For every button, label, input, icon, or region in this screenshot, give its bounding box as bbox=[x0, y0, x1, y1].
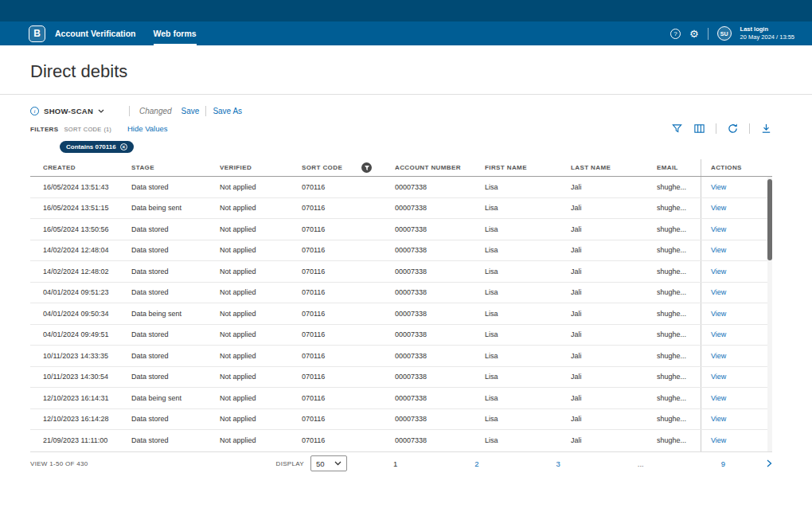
cell-actions: View bbox=[701, 346, 772, 366]
chevron-down-icon bbox=[98, 109, 104, 113]
view-link[interactable]: View bbox=[711, 394, 726, 402]
last-login-value: 20 May 2024 / 13:55 bbox=[740, 33, 794, 41]
view-link[interactable]: View bbox=[711, 183, 726, 191]
cell-first-name: Lisa bbox=[485, 415, 571, 423]
cell-sort-code: 070116 bbox=[302, 225, 395, 233]
cell-account-number: 00007338 bbox=[395, 183, 485, 191]
last-login-label: Last login bbox=[740, 25, 794, 33]
title-divider bbox=[0, 94, 812, 95]
view-link[interactable]: View bbox=[711, 436, 726, 444]
save-button[interactable]: Save bbox=[182, 107, 200, 115]
column-header-created[interactable]: CREATED bbox=[43, 164, 131, 171]
column-header-verified[interactable]: VERIFIED bbox=[220, 164, 302, 171]
nav-item-web-forms[interactable]: Web forms bbox=[154, 21, 197, 46]
filter-funnel-icon[interactable] bbox=[671, 123, 683, 135]
column-header-account-number[interactable]: ACCOUNT NUMBER bbox=[395, 164, 485, 171]
table-footer: VIEW 1-50 OF 430 DISPLAY 50 123...9 bbox=[30, 451, 772, 475]
column-header-email[interactable]: EMAIL bbox=[657, 164, 701, 171]
display-count-select[interactable]: 50 bbox=[310, 455, 347, 471]
cell-created: 10/11/2023 14:33:35 bbox=[43, 352, 131, 360]
column-header-sort-code[interactable]: SORT CODE bbox=[302, 162, 395, 173]
cell-actions: View bbox=[701, 261, 772, 282]
hide-values-link[interactable]: Hide Values bbox=[127, 124, 168, 133]
nav-item-account-verification[interactable]: Account Verification bbox=[55, 21, 136, 46]
columns-icon[interactable] bbox=[693, 123, 705, 135]
view-link[interactable]: View bbox=[711, 204, 726, 212]
cell-stage: Data stored bbox=[131, 225, 220, 233]
cell-stage: Data stored bbox=[131, 288, 220, 296]
save-as-button[interactable]: Save As bbox=[213, 107, 242, 115]
view-link[interactable]: View bbox=[711, 415, 726, 423]
cell-actions: View bbox=[701, 198, 772, 219]
table-row: 04/01/2024 09:51:23 Data stored Not appl… bbox=[30, 283, 772, 304]
cell-stage: Data stored bbox=[131, 436, 220, 444]
cell-actions: View bbox=[701, 283, 772, 303]
page-button-3[interactable]: 3 bbox=[525, 459, 599, 468]
cell-sort-code: 070116 bbox=[302, 268, 395, 275]
cell-stage: Data stored bbox=[131, 246, 220, 254]
cell-sort-code: 070116 bbox=[302, 330, 395, 338]
results-table: CREATED STAGE VERIFIED SORT CODE ACCOUNT… bbox=[30, 159, 772, 451]
cell-verified: Not applied bbox=[220, 436, 302, 444]
table-row: 04/01/2024 09:49:51 Data stored Not appl… bbox=[30, 325, 772, 346]
cell-created: 04/01/2024 09:50:34 bbox=[43, 310, 131, 318]
brand-logo[interactable]: B bbox=[29, 25, 45, 42]
cell-last-name: Jali bbox=[571, 436, 657, 444]
view-link[interactable]: View bbox=[711, 330, 726, 338]
refresh-icon[interactable] bbox=[727, 123, 739, 135]
cell-verified: Not applied bbox=[220, 268, 302, 275]
cell-last-name: Jali bbox=[571, 373, 657, 381]
column-header-stage[interactable]: STAGE bbox=[131, 164, 220, 171]
page-button-1[interactable]: 1 bbox=[363, 459, 437, 468]
download-icon[interactable] bbox=[760, 123, 772, 135]
cell-created: 04/01/2024 09:51:23 bbox=[43, 288, 131, 296]
info-icon[interactable]: i bbox=[30, 107, 39, 115]
view-link[interactable]: View bbox=[711, 246, 726, 254]
tools-divider-2 bbox=[749, 123, 750, 134]
cell-verified: Not applied bbox=[220, 415, 302, 423]
table-row: 14/02/2024 12:48:02 Data stored Not appl… bbox=[30, 261, 772, 283]
cell-verified: Not applied bbox=[220, 330, 302, 338]
cell-sort-code: 070116 bbox=[302, 183, 395, 191]
cell-actions: View bbox=[701, 240, 772, 261]
user-avatar[interactable]: SU bbox=[717, 26, 732, 41]
view-link[interactable]: View bbox=[711, 352, 726, 360]
cell-actions: View bbox=[701, 177, 772, 197]
page-button-9[interactable]: 9 bbox=[691, 459, 765, 468]
cell-actions: View bbox=[701, 388, 772, 408]
cell-account-number: 00007338 bbox=[395, 268, 485, 275]
filters-toolbar: FILTERS SORT CODE (1) Hide Values bbox=[30, 123, 772, 134]
table-scrollbar[interactable] bbox=[767, 177, 772, 451]
column-header-last-name[interactable]: LAST NAME bbox=[571, 164, 657, 171]
column-header-first-name[interactable]: FIRST NAME bbox=[485, 164, 571, 171]
page-button-2[interactable]: 2 bbox=[444, 459, 518, 468]
cell-email: shughe... bbox=[657, 310, 701, 318]
next-page-icon[interactable] bbox=[767, 459, 772, 467]
cell-email: shughe... bbox=[657, 415, 701, 423]
cell-created: 12/10/2023 16:14:28 bbox=[43, 415, 131, 423]
remove-filter-icon[interactable]: × bbox=[120, 143, 127, 150]
view-link[interactable]: View bbox=[711, 268, 726, 275]
view-link[interactable]: View bbox=[711, 310, 726, 318]
view-link[interactable]: View bbox=[711, 373, 726, 381]
active-filters-row: Contains 070116 × bbox=[60, 138, 772, 149]
active-column-filter-icon[interactable] bbox=[361, 162, 372, 173]
cell-first-name: Lisa bbox=[485, 204, 571, 212]
help-icon[interactable]: ? bbox=[670, 29, 681, 39]
saved-view-selector[interactable]: i SHOW-SCAN bbox=[30, 107, 129, 115]
cell-actions: View bbox=[701, 367, 772, 388]
cell-created: 16/05/2024 13:50:56 bbox=[43, 225, 131, 233]
view-link[interactable]: View bbox=[711, 288, 726, 296]
cell-stage: Data stored bbox=[131, 352, 220, 360]
scrollbar-thumb[interactable] bbox=[767, 179, 772, 260]
save-links: Save Save As bbox=[182, 106, 243, 116]
page-title: Direct debits bbox=[30, 61, 772, 94]
display-label: DISPLAY bbox=[276, 460, 304, 467]
table-row: 04/01/2024 09:50:34 Data being sent Not … bbox=[30, 303, 772, 325]
view-link[interactable]: View bbox=[711, 225, 726, 233]
cell-verified: Not applied bbox=[220, 352, 302, 360]
filter-chip[interactable]: Contains 070116 × bbox=[60, 141, 134, 153]
cell-account-number: 00007338 bbox=[395, 225, 485, 233]
cell-actions: View bbox=[701, 430, 772, 451]
settings-gear-icon[interactable]: ⚙ bbox=[689, 29, 699, 39]
